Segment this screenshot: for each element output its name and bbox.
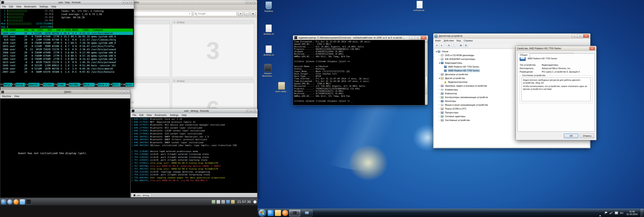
tree-item-label[interactable]: Видеоадаптеры	[444, 61, 463, 64]
process-row[interactable]: 1971 root 20 0 7569M 4794M 277M S 3.8 60…	[1, 54, 133, 57]
process-row[interactable]: 1045 root 20 0 3231M 115M 89012 S 1.4 1.…	[1, 64, 133, 67]
tree-expander-icon[interactable]: ▷	[438, 104, 440, 106]
htop-column-header[interactable]: PID USER PRI NI VIRT RES SHR S CPU% MEM%…	[1, 28, 133, 32]
close-button[interactable]: ✕	[421, 36, 427, 40]
tree-item-label[interactable]: Дисковые устройства	[444, 73, 469, 76]
bookmark-star-icon[interactable]: ★	[238, 11, 243, 16]
tab-общие[interactable]: Общие	[518, 53, 530, 57]
maximize-button[interactable]: ▴	[126, 1, 129, 4]
language-indicator[interactable]: RU	[620, 212, 623, 214]
scrollbar-thumb[interactable]	[425, 76, 428, 94]
fkey-label[interactable]: Quit	[126, 83, 134, 86]
process-row[interactable]: 1644 user 20 0 5216M 187M 96736 S 38.4 2…	[1, 32, 133, 35]
scroll-down-icon[interactable]: ▼	[425, 102, 428, 105]
minimize-button[interactable]: ▾	[245, 1, 248, 4]
close-button[interactable]: ✕	[589, 47, 595, 50]
menu-item-файл[interactable]: Файл	[435, 39, 441, 42]
menu-item-view[interactable]: View	[16, 5, 21, 8]
search-box[interactable]: Google	[194, 11, 237, 16]
close-button[interactable]: ✕	[253, 1, 256, 4]
tree-expander-icon[interactable]: ▷	[438, 112, 440, 113]
process-row[interactable]: 1966 user 9 -11 691M 75820 72276 S 4.3 0…	[1, 48, 133, 51]
media-player-icon[interactable]	[282, 210, 288, 216]
tree-item-label[interactable]: Клавиатуры	[444, 88, 458, 91]
volume-icon[interactable]	[615, 212, 618, 215]
scan-hardware-icon[interactable]: ▦	[459, 43, 463, 47]
properties-icon[interactable]: ▧	[464, 43, 468, 47]
menu-item-file[interactable]: File	[2, 5, 6, 8]
tree-item-label[interactable]: Мыши и иные указывающие устройства	[444, 103, 489, 106]
tree-expander-icon[interactable]: ▷	[438, 54, 440, 56]
fkey-f1[interactable]: F1	[0, 83, 4, 86]
minimize-button[interactable]: ▾	[122, 1, 126, 4]
tree-item-label[interactable]: Другие устройства	[444, 77, 466, 80]
konsole-tab[interactable]: user : dmesg	[132, 194, 151, 197]
menu-item-справка[interactable]: Справка	[464, 39, 473, 42]
fkey-label[interactable]: Filter	[43, 83, 54, 86]
process-row[interactable]: 1833 user 20 0 1154M 390M 83396 S 6.7 4.…	[1, 45, 133, 48]
desktop-icon-ini[interactable]: desktop.ini	[260, 45, 278, 56]
fkey-label[interactable]: Help	[4, 83, 12, 86]
tree-item-label[interactable]: Контроллеры запоминающих устройств	[444, 96, 488, 99]
close-button[interactable]: ✕	[583, 34, 589, 38]
taskbar-clock[interactable]: 21:56 31.10.2014	[626, 210, 638, 216]
tree-item-label[interactable]: AMD Radeon HD 7700 Series	[448, 69, 480, 72]
process-row[interactable]: 1968 root 20 0 7569M 4794M 277M S 3.8 60…	[1, 51, 133, 54]
start-button[interactable]	[258, 209, 266, 217]
menu-item-help[interactable]: Help	[51, 5, 56, 8]
tree-item-label[interactable]: Сетевые адаптеры	[444, 115, 466, 118]
internet-explorer-icon[interactable]	[268, 210, 274, 216]
dmesg-terminal[interactable]: [ 646.277845] Bluetooth: Core ver 2.19[ …	[131, 118, 257, 193]
tree-item-label[interactable]: Системные устройства	[444, 119, 470, 122]
menu-item-file[interactable]: File	[132, 114, 136, 117]
search-engine-icon[interactable]	[195, 13, 196, 15]
close-button[interactable]: ✕	[130, 1, 133, 4]
kde-clock[interactable]: 21:57:30	[237, 200, 251, 204]
fkey-label[interactable]: SortBy	[69, 83, 80, 86]
properties-titlebar[interactable]: Свойства: AMD Radeon HD 7700 Series ✕	[516, 46, 596, 51]
fkey-f8[interactable]: F8	[94, 83, 98, 86]
menu-item-settings[interactable]: Settings	[40, 5, 48, 8]
fkey-label[interactable]: Kill	[112, 83, 120, 86]
tree-expander-icon[interactable]: ◢	[438, 77, 440, 79]
fkey-f5[interactable]: F5	[54, 83, 57, 86]
tree-expander-icon[interactable]: ◢	[438, 62, 440, 64]
menu-item-machine[interactable]: Machine	[2, 95, 11, 98]
tree-item-label[interactable]: IDE ATA/ATAPI контроллеры	[444, 58, 476, 60]
desktop-icon-app[interactable]: Heaven Benchma...	[259, 64, 277, 77]
fkey-label[interactable]: Search	[28, 83, 40, 86]
tree-item-label[interactable]: Порты (COM и LPT)	[444, 107, 467, 110]
scroll-up-icon[interactable]: ▲	[425, 40, 428, 43]
tree-expander-icon[interactable]: ▷	[438, 58, 440, 60]
menu-item-bookmarks[interactable]: Bookmarks	[24, 5, 36, 8]
tree-expander-icon[interactable]: ▷	[438, 100, 440, 102]
ok-button[interactable]: ОК	[564, 134, 578, 138]
cmd-scrollbar[interactable]: ▲ ▼	[425, 40, 428, 105]
fkey-label[interactable]: Nice -	[83, 83, 94, 86]
device-manager-titlebar[interactable]: Диспетчер устройств — ▢ ✕	[433, 33, 590, 38]
help-icon[interactable]: ?	[452, 43, 456, 47]
minimize-button[interactable]: —	[572, 34, 578, 38]
tree-expander-icon[interactable]: ▷	[438, 108, 440, 110]
device-manager-taskbar-button[interactable]	[301, 210, 312, 217]
firefox-icon[interactable]	[14, 199, 19, 205]
cmd-console-output[interactable]: Time.Estimated.: Fri Oct 31 22:43:36 201…	[293, 40, 425, 105]
tree-expander-icon[interactable]: ▷	[438, 73, 440, 75]
volume-icon[interactable]	[222, 200, 225, 204]
tree-item-label[interactable]: Процессоры	[444, 111, 459, 114]
tree-expander-icon[interactable]: ▷	[438, 119, 440, 121]
menu-item-view[interactable]: View	[14, 95, 19, 98]
plasma-cashew-icon[interactable]	[253, 200, 256, 204]
fkey-label[interactable]: Setup	[15, 83, 25, 86]
tree-expander-icon[interactable]: ◢	[435, 50, 437, 52]
qemu-display[interactable]: Guest has not initialized the display (y…	[0, 99, 130, 197]
process-row[interactable]: 814 root 20 0 220M 73396 47780 S 9.1 0.9…	[1, 38, 133, 41]
home-icon[interactable]: ⌂	[244, 11, 249, 16]
fkey-f2[interactable]: F2	[12, 83, 15, 86]
fkey-label[interactable]: Nice +	[98, 83, 109, 86]
process-row[interactable]: 1905 root 20 0 7569M 4794M 277M S 2.9 60…	[1, 57, 133, 61]
process-row[interactable]: 1613 user -6 0 691M 75820 72276 S 1.9 0.…	[1, 61, 133, 64]
fkey-f3[interactable]: F3	[25, 83, 28, 86]
cmd-taskbar-button[interactable]: C:\	[289, 210, 300, 217]
tree-expander-icon[interactable]: ▷	[438, 96, 440, 98]
